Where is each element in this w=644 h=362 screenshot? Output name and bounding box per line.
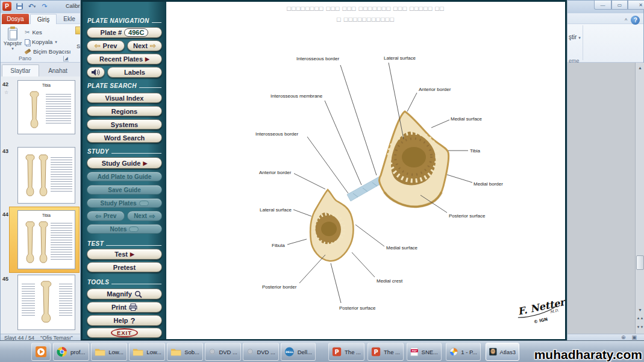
help-button[interactable]: Help ? <box>87 315 162 326</box>
study-guide-arrow-icon: ▶ <box>143 160 147 166</box>
prev-arrow-icon: ⇦ <box>95 213 101 220</box>
exit-button[interactable]: EXIT <box>87 328 162 338</box>
prev-plate-button[interactable]: ⇦ Prev <box>87 40 125 51</box>
folder-icon <box>133 347 143 357</box>
format-painter-button[interactable]: Biçim Boyacısı <box>25 47 70 56</box>
help-icon[interactable]: ? <box>631 16 640 25</box>
animation-star-icon[interactable]: ☆ <box>4 90 8 95</box>
plate-number-field[interactable]: 496C <box>124 28 148 37</box>
media-player-launcher[interactable] <box>31 343 51 361</box>
paste-dropdown-icon: ▾ <box>11 46 14 51</box>
close-button[interactable]: ✕ <box>628 1 644 10</box>
figure-label: Tibia <box>470 148 480 154</box>
tab-slides[interactable]: Slaytlar <box>2 64 39 76</box>
fit-slide-icon[interactable]: ▣ <box>632 334 637 340</box>
tab-outline[interactable]: Anahat <box>40 64 75 76</box>
minimize-icon: — <box>601 2 605 8</box>
tab-home[interactable]: Giriş <box>30 14 57 24</box>
format-painter-label: Biçim Boyacısı <box>33 48 70 55</box>
vertical-scrollbar[interactable]: ▲ ▼ ▲▲ ▼▼ <box>635 63 644 334</box>
taskbar-item-dvd[interactable]: DVD ... <box>205 343 241 361</box>
slide-thumbnails-panel: 42 ☆ Tibia 43 44 Tibia <box>1 76 81 334</box>
save-button[interactable] <box>14 2 24 11</box>
copy-button[interactable]: Kopyala ▾ <box>25 37 57 46</box>
replace-label-partial: ştir ▾ <box>569 34 581 40</box>
figure-label: Medial crest <box>377 278 402 284</box>
slide-thumbnail-45[interactable] <box>17 275 75 330</box>
restore-button[interactable]: ▭ <box>611 1 628 10</box>
prev-label: Prev <box>103 42 117 49</box>
regions-button[interactable]: Regions <box>87 106 162 116</box>
tab-file[interactable]: Dosya <box>2 14 29 24</box>
systems-button[interactable]: Systems <box>87 119 162 130</box>
prev-arrow-icon: ⇦ <box>95 42 101 49</box>
thumb-label-lines <box>59 284 72 317</box>
taskbar-item-label: Dell... <box>298 349 312 355</box>
labels-button[interactable]: Labels <box>107 67 162 78</box>
taskbar-item-folder[interactable]: Low... <box>129 343 165 361</box>
undo-button[interactable]: ↶▾ <box>27 2 37 11</box>
taskbar-item-atlas3[interactable]: Atlas3 <box>486 343 519 361</box>
clipboard-dialog-launcher[interactable]: ◢ <box>63 56 69 61</box>
minimize-button[interactable]: — <box>594 1 611 10</box>
figure-label: Posterior surface <box>449 213 485 219</box>
undo-icon: ↶ <box>28 2 34 10</box>
taskbar-item-chrome[interactable]: prof... <box>53 343 89 361</box>
bone-graphic <box>23 219 49 267</box>
cut-button[interactable]: ✂ Kes <box>25 28 42 37</box>
slide-thumbnail-42[interactable]: Tibia <box>17 80 75 134</box>
study-prev-button: ⇦ Prev <box>87 211 125 221</box>
format-painter-icon <box>24 49 31 55</box>
taskbar-item-media[interactable]: 1 - P... <box>446 343 481 361</box>
word-search-button[interactable]: Word Search <box>87 133 162 143</box>
tab-insert[interactable]: Ekle <box>58 14 81 24</box>
study-guide-button[interactable]: Study Guide ▶ <box>87 157 162 169</box>
zoom-in-icon[interactable]: ⊕ <box>621 334 626 340</box>
pdf-icon: PDF <box>410 346 419 357</box>
audio-button[interactable] <box>87 67 105 78</box>
paste-label: Yapıştır <box>4 40 22 46</box>
pretest-button[interactable]: Pretest <box>87 262 162 272</box>
taskbar-item-folder[interactable]: Sob... <box>167 343 203 361</box>
tibia-graphic <box>380 111 449 207</box>
next-slide-button[interactable]: ▼▼ <box>636 326 644 329</box>
next-plate-button[interactable]: Next ⇨ <box>127 40 162 51</box>
desktop-screen: P ↶▾ ↷ Calibri — ▭ ✕ Dosya Giriş Ekle Ya… <box>0 0 644 362</box>
recent-plates-button[interactable]: Recent Plates ▶ <box>87 54 162 64</box>
taskbar-item-powerpoint[interactable]: P The ... <box>367 343 404 361</box>
next-label: Next <box>133 42 148 49</box>
previous-slide-button[interactable]: ▲▲ <box>636 317 644 320</box>
slide-thumbnail-44[interactable]: Tibia <box>17 210 75 269</box>
taskbar-item-powerpoint[interactable]: P The ... <box>328 343 364 361</box>
magnify-button[interactable]: Magnify <box>87 289 162 299</box>
scroll-up-button[interactable]: ▲ <box>636 64 644 72</box>
taskbar-item-folder[interactable]: Low... <box>91 343 127 361</box>
taskbar-item-label: SNE... <box>422 349 438 355</box>
ribbon-helpbar: ^ ? <box>625 16 640 25</box>
slide-thumbnail-43[interactable] <box>17 147 75 204</box>
taskbar-item-label: Atlas3 <box>500 349 516 355</box>
figure-label: Interosseous border <box>255 131 298 137</box>
new-slide-icon-partial <box>75 27 81 34</box>
bone-graphic <box>28 89 41 131</box>
taskbar-item-label: Low... <box>108 349 123 355</box>
visual-index-button[interactable]: Visual Index <box>87 93 162 103</box>
thumb-text-lines <box>46 94 71 125</box>
atlas-window: PLATE NAVIGATION Plate # 496C ⇦ Prev Nex… <box>81 0 567 341</box>
taskbar-item-dvd[interactable]: DVD ... <box>243 343 279 361</box>
thumb-title: Tibia <box>18 213 75 217</box>
study-plates-button: Study Plates <box>87 198 162 208</box>
powerpoint-app-icon[interactable]: P <box>2 2 11 11</box>
collapse-ribbon-icon[interactable]: ^ <box>625 17 627 23</box>
test-button[interactable]: Test ▶ <box>87 249 162 260</box>
redo-button[interactable]: ↷ <box>40 2 49 11</box>
quick-access-toolbar: P ↶▾ ↷ <box>2 2 49 11</box>
scrollbar-thumb[interactable] <box>636 255 644 270</box>
copy-dropdown-icon: ▾ <box>55 40 57 45</box>
taskbar-item-label: The ... <box>384 349 400 355</box>
print-button[interactable]: Print <box>87 302 162 313</box>
taskbar-item-dell[interactable]: DELL Dell... <box>281 343 316 361</box>
taskbar-item-pdf[interactable]: PDF SNE... <box>407 343 442 361</box>
plate-number-button[interactable]: Plate # 496C <box>87 27 162 38</box>
scroll-down-button[interactable]: ▼ <box>636 306 644 314</box>
